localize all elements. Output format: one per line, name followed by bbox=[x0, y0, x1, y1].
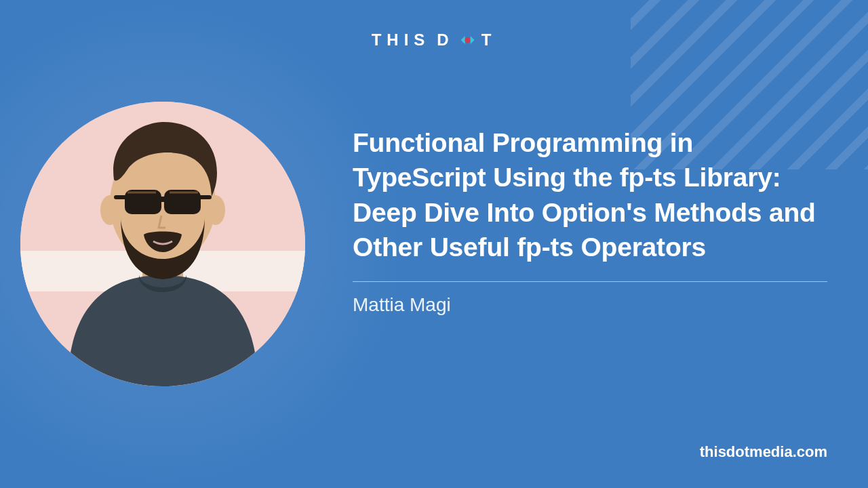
brand-text-this: THIS bbox=[372, 30, 431, 49]
avatar-illustration bbox=[20, 102, 305, 386]
svg-rect-10 bbox=[114, 195, 127, 199]
dot-icon bbox=[458, 30, 477, 49]
svg-point-6 bbox=[206, 195, 225, 225]
author-name: Mattia Magi bbox=[353, 294, 827, 316]
svg-point-0 bbox=[465, 37, 471, 43]
svg-point-5 bbox=[100, 195, 119, 225]
svg-rect-11 bbox=[198, 195, 212, 199]
svg-rect-9 bbox=[157, 197, 168, 202]
author-avatar bbox=[20, 102, 305, 386]
title-divider bbox=[353, 281, 827, 282]
website-label: thisdotmedia.com bbox=[700, 443, 827, 461]
content-block: Functional Programming in TypeScript Usi… bbox=[353, 125, 827, 316]
brand-text-t: T bbox=[481, 30, 497, 49]
brand-text-d: D bbox=[437, 30, 454, 49]
brand-logo: THIS D T bbox=[372, 30, 497, 49]
article-title: Functional Programming in TypeScript Usi… bbox=[353, 125, 827, 265]
